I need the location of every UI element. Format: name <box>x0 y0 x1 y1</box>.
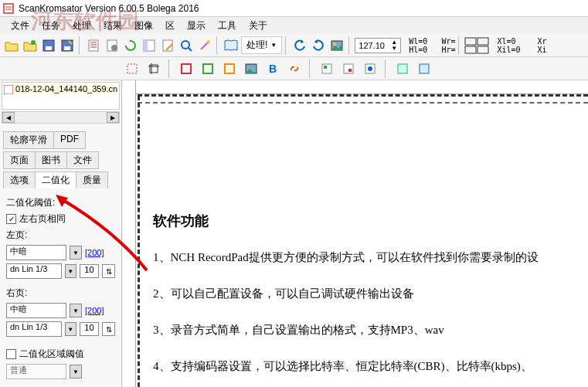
svg-point-15 <box>333 42 336 46</box>
region2-icon[interactable] <box>340 60 357 77</box>
crop-marker-top2[interactable] <box>138 102 588 104</box>
tab-page[interactable]: 页面 <box>3 151 36 169</box>
right-curve-num[interactable]: 10 <box>80 322 100 336</box>
process-button[interactable]: 处理! ▼ <box>241 36 282 54</box>
file-row[interactable]: 018-12-04_144140_359.cn <box>4 84 117 94</box>
search-icon[interactable] <box>178 37 195 54</box>
rect-green-icon[interactable] <box>199 60 216 77</box>
rotate-left-icon[interactable] <box>291 37 308 54</box>
chevron-down-icon[interactable]: ▼ <box>65 322 76 336</box>
left-page-label: 左页: <box>6 229 27 242</box>
svg-rect-16 <box>465 38 476 45</box>
toolbar-main: 处理! ▼ 127.10▲▼ Wl=0 Wr= Hl=0 Hr= Xl=0 Xi… <box>0 34 588 57</box>
swap-icon[interactable]: ⇅ <box>102 322 115 336</box>
svg-rect-20 <box>127 64 137 73</box>
menu-task[interactable]: 任务 <box>36 18 66 34</box>
region3-icon[interactable] <box>362 60 379 77</box>
svg-rect-10 <box>144 40 148 51</box>
canvas-area[interactable]: 软件功能 1、NCH RecordPad提供更方便的录制方式，可以在软件找到你需… <box>122 80 588 387</box>
link-icon[interactable] <box>286 60 303 77</box>
rotate-right-icon[interactable] <box>310 37 327 54</box>
chevron-down-icon[interactable]: ▼ <box>70 246 82 260</box>
area-threshold-checkbox[interactable] <box>6 349 16 359</box>
scroll-right-icon[interactable]: ▶ <box>107 112 119 123</box>
open-folder2-icon[interactable] <box>22 37 39 54</box>
svg-rect-0 <box>4 4 13 13</box>
right-level-value[interactable]: [200] <box>85 306 104 315</box>
file-list[interactable]: 018-12-04_144140_359.cn <box>2 82 120 110</box>
image-file-icon <box>4 85 13 94</box>
right-level-select[interactable]: 中暗 <box>6 303 66 318</box>
crop-marker-left[interactable] <box>138 96 144 387</box>
svg-point-8 <box>111 45 117 51</box>
svg-point-31 <box>368 66 372 71</box>
svg-rect-33 <box>420 64 429 73</box>
zone-b-icon[interactable] <box>416 60 433 77</box>
menu-display[interactable]: 显示 <box>181 18 212 34</box>
chevron-down-icon[interactable]: ▼ <box>70 304 82 317</box>
page-gear-icon[interactable] <box>104 37 121 54</box>
left-level-value[interactable]: [200] <box>85 248 104 257</box>
tab-pdf[interactable]: PDF <box>53 131 86 149</box>
menu-file[interactable]: 文件 <box>5 18 36 34</box>
tab-quality[interactable]: 质量 <box>76 171 108 189</box>
region1-icon[interactable] <box>318 60 335 77</box>
area-threshold-label: 二值化区域阈值 <box>19 348 84 361</box>
refresh-icon[interactable] <box>122 37 139 54</box>
right-curve-select[interactable]: dn Lin 1/3 <box>6 321 62 337</box>
menu-zone[interactable]: 区 <box>159 18 181 34</box>
menu-result[interactable]: 结果 <box>97 18 128 34</box>
chevron-down-icon[interactable]: ▼ <box>65 264 76 278</box>
zoom-spinner[interactable]: 127.10▲▼ <box>355 38 401 53</box>
wand-icon[interactable] <box>196 37 213 54</box>
menu-process[interactable]: 处理 <box>66 18 97 34</box>
rect-orange-icon[interactable] <box>221 60 238 77</box>
tab-book[interactable]: 图书 <box>35 151 67 169</box>
grid-preview-icon[interactable] <box>464 37 489 54</box>
document-content: 软件功能 1、NCH RecordPad提供更方便的录制方式，可以在软件找到你需… <box>153 212 580 387</box>
swap-icon[interactable]: ⇅ <box>102 264 115 278</box>
image-zone-icon[interactable] <box>243 60 260 77</box>
zone-a-icon[interactable] <box>394 60 411 77</box>
tab-options[interactable]: 选项 <box>3 171 36 189</box>
open-folder-icon[interactable] <box>3 37 20 54</box>
tab-binarize[interactable]: 二值化 <box>35 171 76 189</box>
crop-marker-top[interactable] <box>138 94 588 100</box>
crop-icon[interactable] <box>145 60 162 77</box>
save-as-icon[interactable] <box>59 37 76 54</box>
svg-rect-17 <box>478 38 488 45</box>
left-curve-num[interactable]: 10 <box>80 264 100 278</box>
bold-b-icon[interactable]: B <box>264 60 281 77</box>
left-curve-select[interactable]: dn Lin 1/3 <box>6 263 62 279</box>
menu-image[interactable]: 图像 <box>128 18 159 34</box>
content-line: 2、可以自己配置设备，可以自己调试硬件输出设备 <box>153 287 580 301</box>
filelist-scrollbar[interactable]: ◀ ▶ <box>2 111 120 124</box>
right-page-label: 右页: <box>6 287 27 300</box>
select-dotted-icon[interactable] <box>124 60 141 77</box>
scroll-left-icon[interactable]: ◀ <box>2 112 15 123</box>
menu-about[interactable]: 关于 <box>243 18 274 34</box>
readout-xr: Xr Xi <box>538 37 547 54</box>
same-lr-checkbox[interactable]: ✓ <box>6 214 16 224</box>
left-level-select[interactable]: 中暗 <box>6 245 66 260</box>
process-label: 处理! <box>246 39 267 52</box>
page-icon[interactable] <box>85 37 102 54</box>
menu-tools[interactable]: 工具 <box>212 18 243 34</box>
panel-icon[interactable] <box>141 37 158 54</box>
sidebar: 018-12-04_144140_359.cn ◀ ▶ 轮廓平滑 PDF 页面 … <box>0 80 122 387</box>
threshold-label: 二值化阈值: <box>6 196 55 209</box>
normal-select[interactable]: 普通 <box>6 364 66 379</box>
save-icon[interactable] <box>40 37 57 54</box>
svg-rect-29 <box>348 69 352 72</box>
svg-rect-24 <box>225 64 234 73</box>
rect-red-icon[interactable] <box>178 60 195 77</box>
picture-icon[interactable] <box>328 37 345 54</box>
svg-rect-32 <box>398 64 407 73</box>
book-icon[interactable] <box>223 37 240 54</box>
binarize-panel: 二值化阈值: ✓ 左右页相同 左页: 中暗▼ [200] dn Lin 1/3▼… <box>0 188 121 387</box>
tab-file[interactable]: 文件 <box>66 151 99 169</box>
svg-point-1 <box>31 40 36 45</box>
edit-page-icon[interactable] <box>159 37 176 54</box>
chevron-down-icon[interactable]: ▼ <box>70 365 82 379</box>
tab-contour[interactable]: 轮廓平滑 <box>3 131 54 149</box>
